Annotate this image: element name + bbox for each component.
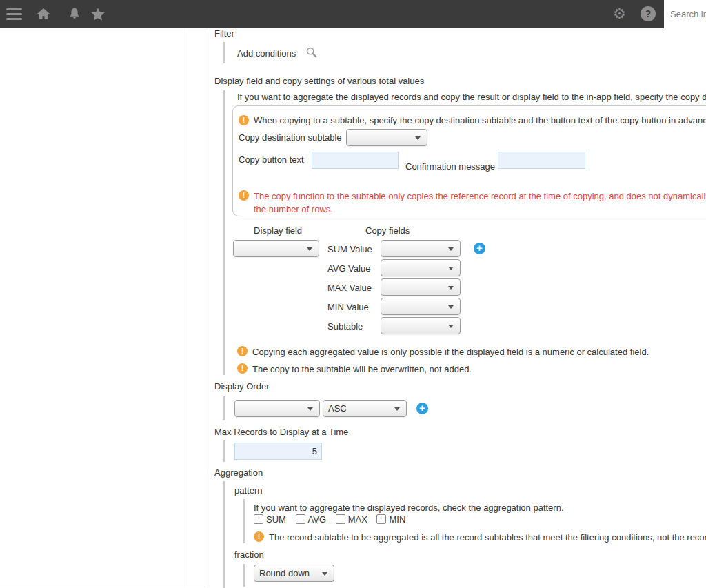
copy-field-select-subtable[interactable] xyxy=(381,317,461,334)
indent-guide xyxy=(243,564,245,587)
warning-icon: ! xyxy=(254,531,264,542)
display-field-header: Display field xyxy=(254,225,302,236)
checkbox-sum[interactable] xyxy=(254,514,263,524)
copy-field-select-max[interactable] xyxy=(381,278,461,296)
copy-function-error-line2: the number of rows. xyxy=(254,204,333,214)
fraction-select[interactable]: Round down xyxy=(254,565,334,582)
copy-settings-section-title: Display field and copy settings of vario… xyxy=(214,76,424,86)
copy-note-text: Copying each aggregated value is only po… xyxy=(252,347,649,357)
display-order-section-title: Display Order xyxy=(214,381,269,392)
help-icon[interactable]: ? xyxy=(641,6,656,21)
add-conditions-label: Add conditions xyxy=(237,48,296,59)
max-records-input[interactable] xyxy=(234,443,322,460)
copy-destination-label: Copy destination subtable xyxy=(239,132,342,143)
add-sort-button[interactable]: + xyxy=(416,403,428,414)
warning-icon: ! xyxy=(239,190,249,201)
checkbox-min[interactable] xyxy=(376,514,386,524)
filter-section-title: Filter xyxy=(214,28,234,39)
confirmation-message-input[interactable] xyxy=(498,152,585,169)
display-field-select[interactable] xyxy=(233,240,319,257)
indent-guide xyxy=(223,42,225,63)
panel-bottom-border xyxy=(0,587,205,587)
search-lens-icon[interactable] xyxy=(305,46,318,59)
indent-guide xyxy=(223,90,225,375)
copy-field-select-avg[interactable] xyxy=(381,259,461,276)
copy-field-select-min[interactable] xyxy=(381,298,461,315)
copy-fields-header: Copy fields xyxy=(365,225,410,236)
warning-icon: ! xyxy=(239,115,249,125)
pattern-instruction: If you want to aggregate the displayed r… xyxy=(254,503,564,513)
add-row-button[interactable]: + xyxy=(474,243,485,254)
indent-guide xyxy=(223,440,225,462)
copy-row-label: SUM Value xyxy=(327,244,372,254)
hamburger-menu-icon[interactable] xyxy=(6,8,22,20)
home-icon[interactable] xyxy=(35,6,52,23)
checkbox-label: SUM xyxy=(266,514,286,525)
pattern-checkbox-group: SUM AVG MAX MIN xyxy=(254,514,412,525)
indent-guide xyxy=(243,499,245,543)
copy-note-text: The copy to the subtable will be overwri… xyxy=(252,364,472,374)
copy-settings-intro: If you want to aggregate the displayed r… xyxy=(237,92,706,102)
checkbox-label: AVG xyxy=(308,514,327,525)
copy-destination-select[interactable] xyxy=(346,129,427,146)
header-bar: ⚙ ? Search in xyxy=(0,0,706,28)
bell-icon[interactable] xyxy=(66,6,83,23)
fraction-subsection-title: fraction xyxy=(234,549,264,560)
checkbox-label: MIN xyxy=(389,514,405,525)
copy-row-label: MIN Value xyxy=(327,302,369,312)
search-input[interactable]: Search in xyxy=(664,0,706,28)
checkbox-max[interactable] xyxy=(336,514,345,524)
checkbox-avg[interactable] xyxy=(296,514,305,524)
checkbox-label: MAX xyxy=(348,514,367,525)
pattern-subsection-title: pattern xyxy=(234,485,262,496)
copy-button-text-label: Copy button text xyxy=(239,154,304,165)
copy-row-label: AVG Value xyxy=(327,263,370,274)
settings-page: ⚙ ? Search in Filter Add conditions Disp… xyxy=(0,0,706,588)
gear-icon[interactable]: ⚙ xyxy=(613,4,626,23)
display-order-direction-select[interactable]: ASC xyxy=(323,400,407,417)
pattern-note-text: The record subtable to be aggregated is … xyxy=(269,532,706,543)
aggregation-section-title: Aggregation xyxy=(214,467,263,478)
max-records-section-title: Max Records to Display at a Time xyxy=(214,427,348,437)
indent-guide xyxy=(223,396,225,420)
copy-field-select-sum[interactable] xyxy=(381,240,461,257)
copy-row-label: Subtable xyxy=(327,321,363,332)
copy-button-text-input[interactable] xyxy=(312,152,399,169)
warning-icon: ! xyxy=(237,346,248,356)
subtable-notice-text: When copying to a subtable, specify the … xyxy=(254,115,706,125)
display-order-field-select[interactable] xyxy=(234,400,320,417)
indent-guide xyxy=(223,481,225,588)
content-divider xyxy=(205,28,205,588)
copy-function-error-line1: The copy function to the subtable only c… xyxy=(254,191,706,201)
warning-icon: ! xyxy=(237,363,248,374)
confirmation-message-label: Confirmation message xyxy=(405,161,495,172)
copy-row-label: MAX Value xyxy=(327,283,372,293)
left-panel-divider xyxy=(183,28,183,588)
star-icon[interactable] xyxy=(90,6,106,23)
